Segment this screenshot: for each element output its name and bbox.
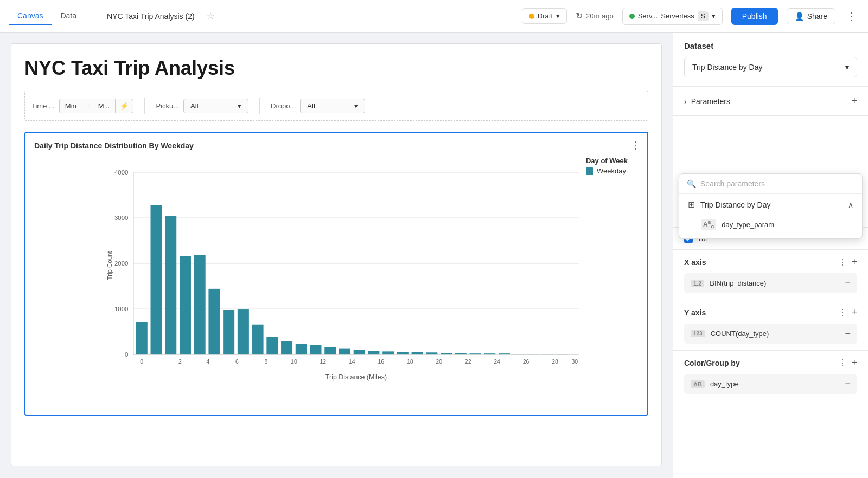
svg-text:10: 10: [291, 358, 297, 365]
svg-rect-12: [136, 322, 148, 354]
svg-text:26: 26: [523, 358, 529, 365]
filter-pickup: Picku... All ▾: [156, 99, 248, 113]
tab-data[interactable]: Data: [52, 7, 85, 25]
svg-text:4000: 4000: [114, 169, 128, 176]
filter-time-input[interactable]: Min → M... ⚡: [59, 99, 134, 113]
chart-menu-button[interactable]: ⋮: [631, 139, 641, 151]
filter-time-min: Min: [60, 99, 82, 113]
color-group-header: Color/Group by ⋮ +: [684, 357, 857, 369]
chart-title: Daily Trip Distance Distribution By Week…: [34, 141, 639, 150]
svg-text:2: 2: [178, 358, 182, 365]
y-axis-add-icon[interactable]: +: [851, 307, 857, 318]
x-axis-actions: ⋮ +: [838, 256, 857, 268]
draft-button[interactable]: Draft ▾: [522, 8, 567, 24]
filter-dropoff-label: Dropo...: [271, 102, 296, 110]
share-icon: 👤: [795, 12, 804, 21]
dropdown-item-chevron-icon: ∧: [848, 201, 853, 209]
main-content: NYC Taxi Trip Analysis Time ... Min → M.…: [0, 33, 868, 478]
server-status-dot: [629, 14, 635, 19]
abc-icon: ABC: [701, 219, 716, 230]
y-axis-field-num: 123: [691, 330, 705, 337]
filter-dropoff-value: All: [307, 102, 315, 110]
x-axis-field-label: BIN(trip_distance): [710, 279, 766, 287]
color-group-actions: ⋮ +: [838, 357, 857, 369]
svg-rect-36: [484, 353, 495, 354]
svg-rect-21: [266, 337, 278, 354]
svg-rect-22: [281, 341, 292, 354]
x-axis-remove-icon[interactable]: −: [845, 277, 851, 289]
legend-label-weekday: Weekday: [597, 167, 626, 175]
svg-text:0: 0: [140, 358, 143, 365]
y-axis-actions: ⋮ +: [838, 307, 857, 318]
sync-icon: ↻: [576, 11, 583, 21]
svg-rect-19: [238, 309, 249, 354]
svg-rect-15: [180, 256, 191, 354]
svg-rect-26: [339, 349, 350, 355]
table-icon: ⊞: [688, 199, 695, 210]
color-group-add-icon[interactable]: +: [851, 357, 857, 369]
search-icon: 🔍: [687, 179, 696, 188]
search-parameters-input[interactable]: [700, 179, 854, 188]
dropdown-sub-item-day-type[interactable]: ABC day_type_param: [679, 215, 862, 234]
x-axis-menu-icon[interactable]: ⋮: [838, 257, 847, 267]
x-axis-field: 1.2 BIN(trip_distance) −: [684, 273, 857, 293]
y-axis-field-label: COUNT(day_type): [711, 330, 769, 338]
color-group-menu-icon[interactable]: ⋮: [838, 358, 847, 368]
publish-button[interactable]: Publish: [731, 8, 778, 25]
dataset-dropdown[interactable]: Trip Distance by Day ▾: [684, 57, 857, 77]
svg-text:24: 24: [494, 358, 500, 365]
parameters-add-icon[interactable]: +: [851, 95, 857, 107]
filter-time: Time ... Min → M... ⚡: [31, 99, 133, 113]
canvas-inner: NYC Taxi Trip Analysis Time ... Min → M.…: [11, 43, 662, 466]
svg-text:30: 30: [571, 358, 578, 365]
svg-text:12: 12: [320, 358, 327, 365]
svg-rect-33: [441, 353, 452, 354]
dropoff-chevron-icon: ▾: [354, 102, 358, 110]
serverless-abbr: S: [698, 11, 709, 21]
color-group-remove-icon[interactable]: −: [845, 378, 851, 390]
color-group-field-icon: AB: [691, 380, 705, 388]
color-group-title: Color/Group by: [684, 359, 740, 367]
x-axis-field-num: 1.2: [691, 280, 704, 287]
filter-time-bolt-icon: ⚡: [115, 99, 133, 113]
filter-time-arrow-icon: →: [82, 99, 93, 112]
svg-rect-23: [296, 344, 307, 354]
filter-pickup-select[interactable]: All ▾: [183, 99, 248, 113]
svg-rect-35: [470, 353, 481, 354]
server-button[interactable]: Serv... Serverless S ▾: [622, 8, 723, 25]
y-axis-remove-icon[interactable]: −: [845, 328, 851, 339]
pickup-chevron-icon: ▾: [238, 102, 241, 110]
serverless-label: Serverless: [661, 12, 694, 20]
svg-rect-31: [412, 352, 423, 354]
parameters-row[interactable]: › Parameters +: [684, 91, 857, 111]
svg-text:14: 14: [349, 358, 355, 365]
filter-pickup-value: All: [190, 102, 198, 110]
topbar-tabs: Canvas Data: [9, 7, 85, 25]
svg-rect-16: [194, 255, 206, 354]
x-axis-title: X axis: [684, 258, 706, 267]
tab-canvas[interactable]: Canvas: [9, 7, 52, 25]
search-box: 🔍: [679, 174, 862, 194]
star-icon[interactable]: ☆: [207, 11, 214, 21]
y-axis-header: Y axis ⋮ +: [684, 307, 857, 318]
dataset-section: Dataset Trip Distance by Day ▾: [673, 33, 868, 87]
more-options-button[interactable]: ⋮: [844, 8, 859, 25]
svg-text:20: 20: [436, 358, 442, 365]
svg-rect-28: [368, 351, 379, 354]
svg-text:8: 8: [264, 358, 267, 365]
x-axis-add-icon[interactable]: +: [851, 256, 857, 268]
parameters-chevron-icon: ›: [684, 97, 687, 106]
svg-rect-29: [382, 351, 394, 354]
svg-rect-41: [557, 354, 568, 354]
chart-legend: Day of Week Weekday: [586, 157, 628, 175]
filter-separator-2: [259, 98, 260, 114]
filter-separator-1: [144, 98, 145, 114]
share-button[interactable]: 👤 Share: [787, 8, 835, 24]
svg-text:4: 4: [207, 358, 210, 365]
topbar: Canvas Data NYC Taxi Trip Analysis (2) ☆…: [0, 0, 868, 33]
y-axis-menu-icon[interactable]: ⋮: [838, 307, 847, 318]
filter-dropoff-select[interactable]: All ▾: [300, 99, 365, 113]
dropdown-item-trip-distance[interactable]: ⊞ Trip Distance by Day ∧: [679, 194, 862, 215]
canvas-area: NYC Taxi Trip Analysis Time ... Min → M.…: [0, 33, 673, 478]
svg-text:22: 22: [465, 358, 471, 365]
